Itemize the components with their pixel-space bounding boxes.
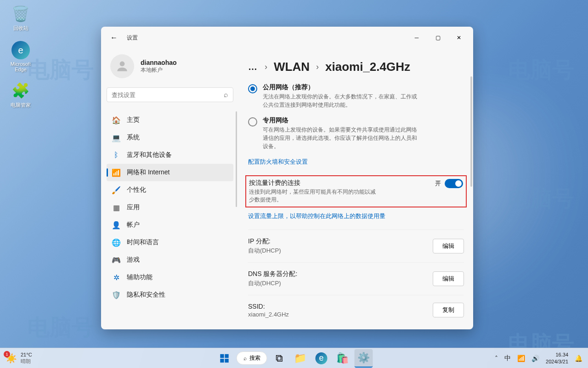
nav-icon: ᛒ xyxy=(112,151,120,159)
nav-label: 应用 xyxy=(127,203,140,212)
chevron-right-icon: › xyxy=(316,62,319,72)
watermark: 电脑号 xyxy=(28,313,94,342)
radio-public-network[interactable]: 公用网络（推荐） 无法在网络上发现你的设备。在大多数情况下，在家庭、工作或公共位… xyxy=(248,83,464,109)
tray-ime[interactable]: 中 xyxy=(504,354,511,362)
content-scrollbar[interactable] xyxy=(470,76,472,187)
nav-icon: 👤 xyxy=(112,221,120,229)
taskbar-search[interactable]: ⌕搜索 xyxy=(237,351,267,365)
info-value: xiaomi_2.4GHz xyxy=(248,311,433,318)
sidebar-item-10[interactable]: 🛡️隐私和安全性 xyxy=(107,286,233,304)
user-type: 本地帐户 xyxy=(141,66,177,74)
info-action-button[interactable]: 编辑 xyxy=(433,271,464,286)
info-label: SSID: xyxy=(248,303,433,310)
edge-icon: e xyxy=(11,41,30,59)
sidebar-item-9[interactable]: ✲辅助功能 xyxy=(107,269,233,286)
tray-clock[interactable]: 16.34 2024/3/21 xyxy=(546,351,568,365)
nav-label: 时间和语言 xyxy=(127,238,159,247)
info-action-button[interactable]: 复制 xyxy=(433,303,464,317)
sidebar-item-6[interactable]: 👤帐户 xyxy=(107,216,233,234)
start-button[interactable] xyxy=(215,349,234,368)
desktop-icon-pc-manager[interactable]: 🧩 电脑管家 xyxy=(5,81,37,109)
breadcrumb: … › WLAN › xiaomi_2.4GHz xyxy=(248,49,464,83)
network-profile-group: 公用网络（推荐） 无法在网络上发现你的设备。在大多数情况下，在家庭、工作或公共位… xyxy=(248,83,464,150)
nav-icon: 🖌️ xyxy=(112,186,120,194)
tray-volume-icon[interactable]: 🔊 xyxy=(531,355,539,362)
desktop-icon-edge[interactable]: e Microsoft Edge xyxy=(5,41,37,72)
info-label: IP 分配: xyxy=(248,237,433,246)
user-block[interactable]: diannaohao 本地帐户 xyxy=(107,49,233,87)
toggle-state-label: 开 xyxy=(435,179,441,188)
metered-connection-row: 按流量计费的连接 连接到此网络时，某些应用可能具有不同的功能以减少数据使用。 开 xyxy=(245,175,467,207)
close-button[interactable]: ✕ xyxy=(448,30,469,45)
search-box[interactable]: ⌕ xyxy=(107,87,233,102)
sidebar-item-1[interactable]: 💻系统 xyxy=(107,129,233,146)
titlebar: ← 设置 ─ ▢ ✕ xyxy=(101,27,473,49)
info-row-1: DNS 服务器分配:自动(DHCP)编辑 xyxy=(248,262,464,295)
search-input[interactable] xyxy=(112,92,224,98)
search-icon: ⌕ xyxy=(243,355,247,362)
task-view-button[interactable]: ⧉ xyxy=(270,349,288,368)
metered-title: 按流量计费的连接 xyxy=(249,179,428,187)
sidebar-item-8[interactable]: 🎮游戏 xyxy=(107,251,233,269)
sidebar-item-3[interactable]: 📶网络和 Internet xyxy=(107,164,233,181)
radio-selected-icon xyxy=(248,84,257,93)
watermark: 电脑号 xyxy=(28,55,94,85)
nav-label: 主页 xyxy=(127,116,140,124)
tray-chevron-up-icon[interactable]: ˄ xyxy=(495,355,498,362)
info-value: 自动(DHCP) xyxy=(248,247,433,255)
nav-icon: 🎮 xyxy=(112,256,120,264)
taskbar-store[interactable]: 🛍️ xyxy=(334,349,352,368)
weather-icon: ☀️ 1 xyxy=(6,353,17,364)
desktop-icon-recycle-bin[interactable]: 🗑️ 回收站 xyxy=(5,5,37,32)
maximize-button[interactable]: ▢ xyxy=(427,30,448,45)
sidebar-item-4[interactable]: 🖌️个性化 xyxy=(107,181,233,199)
firewall-link[interactable]: 配置防火墙和安全设置 xyxy=(248,158,464,166)
content-area: … › WLAN › xiaomi_2.4GHz 公用网络（推荐） 无法在网络上… xyxy=(239,49,473,329)
radio-private-network[interactable]: 专用网络 可在网络上发现你的设备。如果需要文件共享或使用通过此网络通信的应用，请… xyxy=(248,116,464,150)
taskbar: ☀️ 1 21°C 晴朗 ⌕搜索 ⧉ 📁 e 🛍️ ⚙️ ˄ 中 📶 🔊 16.… xyxy=(0,348,588,368)
user-name: diannaohao xyxy=(141,59,177,66)
sidebar-item-2[interactable]: ᛒ蓝牙和其他设备 xyxy=(107,146,233,164)
info-action-button[interactable]: 编辑 xyxy=(433,239,464,253)
taskbar-explorer[interactable]: 📁 xyxy=(291,349,310,368)
breadcrumb-wlan[interactable]: WLAN xyxy=(274,60,310,74)
recycle-bin-icon: 🗑️ xyxy=(11,5,30,23)
chevron-right-icon: › xyxy=(265,62,267,72)
taskbar-weather[interactable]: ☀️ 1 21°C 晴朗 xyxy=(6,352,32,364)
tray-notifications-icon[interactable]: 🔔 xyxy=(575,355,582,362)
breadcrumb-more[interactable]: … xyxy=(248,62,258,72)
info-row-2: SSID:xiaomi_2.4GHz复制 xyxy=(248,295,464,325)
info-value: 自动(DHCP) xyxy=(248,279,433,288)
svg-rect-4 xyxy=(225,358,228,362)
data-limit-link[interactable]: 设置流量上限，以帮助控制在此网络上的数据使用量 xyxy=(248,212,464,220)
settings-window: ← 设置 ─ ▢ ✕ diannaohao 本地帐户 ⌕ 🏠主页💻系统ᛒ蓝牙和其… xyxy=(101,27,473,329)
nav-label: 蓝牙和其他设备 xyxy=(127,151,172,159)
minimize-button[interactable]: ─ xyxy=(406,30,427,45)
taskbar-edge[interactable]: e xyxy=(316,352,328,364)
nav-icon: 💻 xyxy=(112,133,120,142)
sidebar-scrollbar[interactable] xyxy=(236,111,237,207)
sidebar-item-0[interactable]: 🏠主页 xyxy=(107,111,233,129)
sidebar: diannaohao 本地帐户 ⌕ 🏠主页💻系统ᛒ蓝牙和其他设备📶网络和 Int… xyxy=(101,49,239,329)
svg-rect-2 xyxy=(225,354,228,357)
nav-icon: ✲ xyxy=(112,273,120,282)
nav-label: 辅助功能 xyxy=(127,273,153,282)
nav-icon: 📶 xyxy=(112,168,120,177)
search-icon: ⌕ xyxy=(224,91,228,99)
desktop-icons: 🗑️ 回收站 e Microsoft Edge 🧩 电脑管家 xyxy=(5,5,37,109)
sidebar-item-5[interactable]: ▦应用 xyxy=(107,199,233,216)
nav-icon: ▦ xyxy=(112,203,120,212)
sidebar-item-7[interactable]: 🌐时间和语言 xyxy=(107,234,233,251)
nav-icon: 🏠 xyxy=(112,116,120,124)
metered-toggle[interactable] xyxy=(445,179,463,188)
pc-manager-icon: 🧩 xyxy=(11,81,30,100)
nav-label: 隐私和安全性 xyxy=(127,291,165,299)
nav-label: 网络和 Internet xyxy=(127,168,170,177)
breadcrumb-network[interactable]: xiaomi_2.4GHz xyxy=(325,60,410,74)
avatar-icon xyxy=(110,54,134,78)
taskbar-settings[interactable]: ⚙️ xyxy=(355,349,373,368)
nav-list: 🏠主页💻系统ᛒ蓝牙和其他设备📶网络和 Internet🖌️个性化▦应用👤帐户🌐时… xyxy=(107,111,233,304)
back-button[interactable]: ← xyxy=(105,29,123,47)
nav-label: 个性化 xyxy=(127,186,146,194)
tray-wifi-icon[interactable]: 📶 xyxy=(517,355,525,362)
